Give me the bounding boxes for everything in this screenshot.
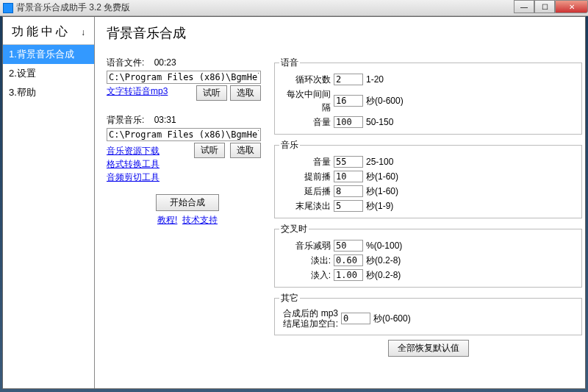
- cross-attn-input[interactable]: [334, 240, 363, 252]
- loop-count-input[interactable]: [334, 74, 363, 85]
- link-format-convert[interactable]: 格式转换工具: [107, 159, 159, 169]
- titlebar: 背景音乐合成助手 3.2 免费版 — ☐ ✕: [0, 0, 588, 16]
- tail-label: 合成后的 mp3 结尾追加空白:: [279, 308, 338, 329]
- bgm-file-label: 背景音乐: 03:31: [107, 114, 268, 126]
- cross-fadein-input[interactable]: [334, 269, 363, 281]
- right-column: 语音 循环次数 1-20 音乐播完整一遍，逆推语音循环次数 每次中间间隔: [274, 57, 582, 357]
- sidebar-item-help[interactable]: 3.帮助: [3, 83, 94, 102]
- group-cross: 交叉时 音乐减弱 %(0-100) 默认 50%, 减弱 100% 表示静音 淡…: [274, 223, 582, 288]
- page-title: 背景音乐合成: [107, 24, 582, 42]
- bgm-preview-button[interactable]: 试听: [194, 143, 225, 158]
- music-lead-input[interactable]: [334, 171, 363, 182]
- bgm-duration: 03:31: [154, 115, 176, 125]
- maximize-button[interactable]: ☐: [534, 0, 555, 13]
- compose-button[interactable]: 开始合成: [156, 194, 219, 211]
- sidebar-item-settings[interactable]: 2.设置: [3, 64, 94, 83]
- titlebar-text: 背景音乐合成助手 3.2 免费版: [16, 1, 130, 14]
- sidebar-item-bgm-compose[interactable]: 1.背景音乐合成: [3, 45, 94, 64]
- group-voice: 语音 循环次数 1-20 音乐播完整一遍，逆推语音循环次数 每次中间间隔: [274, 57, 582, 135]
- group-cross-legend: 交叉时: [279, 223, 309, 235]
- music-delay-input[interactable]: [334, 185, 363, 197]
- restore-defaults-button[interactable]: 全部恢复默认值: [388, 340, 469, 357]
- sidebar-title: 功能中心 ↓: [3, 17, 94, 45]
- voice-file-label: 语音文件: 00:23: [107, 57, 268, 69]
- music-volume-input[interactable]: [334, 156, 363, 168]
- link-support[interactable]: 技术支持: [182, 215, 218, 225]
- bgm-pick-button[interactable]: 选取: [230, 143, 261, 158]
- voice-volume-input[interactable]: [334, 116, 363, 128]
- interval-input[interactable]: [334, 95, 363, 107]
- link-tts[interactable]: 文字转语音mp3: [107, 85, 168, 98]
- sidebar: 功能中心 ↓ 1.背景音乐合成 2.设置 3.帮助: [3, 17, 95, 388]
- group-voice-legend: 语音: [279, 57, 300, 69]
- link-music-download[interactable]: 音乐资源下载: [107, 146, 159, 156]
- group-other: 其它 合成后的 mp3 结尾追加空白: 秒(0-600) 默认 0: [274, 292, 582, 335]
- close-button[interactable]: ✕: [555, 0, 588, 13]
- voice-pick-button[interactable]: 选取: [230, 85, 261, 101]
- voice-preview-button[interactable]: 试听: [196, 85, 227, 101]
- group-other-legend: 其它: [279, 292, 300, 304]
- voice-duration: 00:23: [154, 57, 176, 68]
- bgm-file-input[interactable]: [107, 128, 261, 141]
- link-tutorial[interactable]: 教程!: [157, 215, 177, 225]
- app-icon: [3, 3, 13, 13]
- main-panel: 背景音乐合成 语音文件: 00:23 文字转语音mp3 试听 选取: [95, 17, 585, 388]
- sidebar-title-text: 功能中心: [12, 24, 71, 40]
- voice-file-input[interactable]: [107, 71, 261, 84]
- cross-fadeout-input[interactable]: [334, 254, 363, 266]
- group-music: 音乐 音量 25-100 默认 55 提前播 秒(1-60): [274, 139, 582, 218]
- left-column: 语音文件: 00:23 文字转语音mp3 试听 选取 背景音乐: 03:31: [107, 57, 268, 357]
- tail-blank-input[interactable]: [341, 313, 370, 324]
- arrow-down-icon: ↓: [81, 27, 88, 38]
- window-controls: — ☐ ✕: [514, 0, 588, 13]
- music-fadeout-input[interactable]: [334, 200, 363, 212]
- minimize-button[interactable]: —: [514, 0, 534, 13]
- link-audio-cut[interactable]: 音频剪切工具: [107, 172, 159, 182]
- group-music-legend: 音乐: [279, 139, 300, 152]
